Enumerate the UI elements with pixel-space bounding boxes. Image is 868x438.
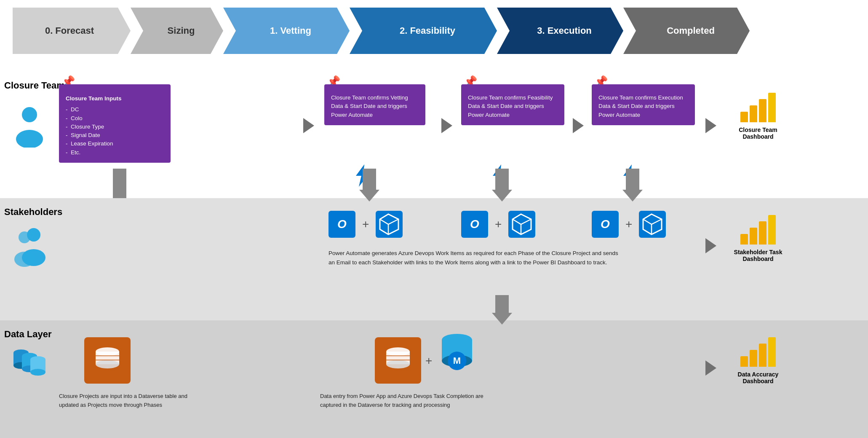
data-accuracy-dashboard-label: Data Accuracy Dashboard bbox=[724, 371, 792, 384]
svg-point-8 bbox=[14, 252, 35, 267]
stakeholders-person-icon bbox=[8, 226, 55, 269]
arrow-feasibility-execution bbox=[573, 118, 584, 133]
dataverse-output-box bbox=[375, 337, 421, 384]
execution-box-text: Closure Team confirms Execution Data & S… bbox=[598, 94, 688, 119]
bar4 bbox=[768, 93, 776, 122]
stakeholder-dashboard-label: Stakeholder Task Dashboard bbox=[724, 249, 792, 262]
arrow-down-pa-vetting bbox=[359, 169, 379, 202]
arrow-down-pa-execution bbox=[622, 169, 643, 202]
data-layer-label: Data Layer bbox=[4, 329, 52, 340]
step-sizing-label: Sizing bbox=[168, 25, 195, 36]
outlook-icon-execution: O bbox=[592, 211, 619, 238]
outlook-icon-vetting: O bbox=[329, 211, 355, 238]
closure-team-person-icon bbox=[13, 105, 46, 149]
step-forecast: 0. Forecast bbox=[13, 8, 131, 54]
stakeholders-label: Stakeholders bbox=[4, 207, 62, 218]
outlook-icon-feasibility: O bbox=[461, 211, 488, 238]
svg-point-29 bbox=[96, 360, 119, 368]
svg-point-1 bbox=[16, 130, 43, 148]
sbar4 bbox=[768, 215, 776, 245]
bar1 bbox=[740, 112, 748, 122]
step-feasibility: 2. Feasibility bbox=[350, 8, 497, 54]
plus-sign-execution: + bbox=[625, 218, 632, 231]
stakeholder-task-dashboard: Stakeholder Task Dashboard bbox=[724, 215, 792, 262]
arrow-vetting-feasibility bbox=[441, 118, 452, 133]
data-accuracy-dashboard: Data Accuracy Dashboard bbox=[724, 337, 792, 384]
arrow-to-data-dashboard bbox=[705, 360, 716, 376]
input-item-signal-date: - Signal Date bbox=[66, 131, 164, 140]
vetting-box-text: Closure Team confirms Vetting Data & Sta… bbox=[331, 94, 419, 119]
sbar1 bbox=[740, 234, 748, 245]
stakeholders-row: Stakeholders O + O + bbox=[0, 198, 868, 320]
arrow-down-pa-feasibility bbox=[492, 169, 512, 202]
svg-point-7 bbox=[19, 231, 30, 243]
dbar2 bbox=[750, 350, 757, 367]
plus-datalayer: + bbox=[425, 354, 432, 368]
dbar1 bbox=[740, 356, 748, 367]
svg-point-34 bbox=[386, 360, 410, 368]
plus-sign-feasibility: + bbox=[495, 218, 502, 231]
step-completed: Completed bbox=[623, 8, 750, 54]
bar2 bbox=[750, 105, 757, 122]
arrow-to-stakeholder-dashboard bbox=[705, 238, 716, 253]
dbar3 bbox=[759, 344, 767, 367]
closure-team-vetting-box: 📌 Closure Team confirms Vetting Data & S… bbox=[324, 84, 425, 125]
closure-team-label: Closure Team bbox=[4, 80, 65, 91]
input-item-etc: - Etc. bbox=[66, 148, 164, 157]
step-execution-label: 3. Execution bbox=[537, 25, 592, 36]
svg-point-26 bbox=[30, 369, 45, 376]
sbar2 bbox=[750, 228, 757, 245]
stakeholder-description: Power Automate generates Azure Devops Wo… bbox=[329, 249, 623, 267]
pipeline-header: 0. Forecast Sizing 1. Vetting 2. Feasibi… bbox=[0, 0, 868, 67]
stakeholder-dashboard-chart bbox=[740, 215, 776, 245]
step-execution: 3. Execution bbox=[497, 8, 623, 54]
step-forecast-label: 0. Forecast bbox=[45, 25, 94, 36]
bar3 bbox=[759, 99, 767, 122]
input-box-title: Closure Team Inputs bbox=[66, 94, 164, 103]
azure-m-icon: M bbox=[438, 333, 476, 376]
svg-point-0 bbox=[22, 107, 37, 122]
data-layer-output-description: Data entry from Power App and Azure Devo… bbox=[320, 392, 497, 410]
step-vetting: 1. Vetting bbox=[223, 8, 350, 54]
input-item-dc: - DC bbox=[66, 105, 164, 114]
db-input-icon bbox=[8, 344, 55, 391]
devops-icon-execution bbox=[639, 211, 666, 238]
step-sizing: Sizing bbox=[131, 8, 223, 54]
feasibility-box-text: Closure Team confirms Feasibility Data &… bbox=[468, 94, 558, 119]
svg-text:M: M bbox=[453, 355, 461, 366]
data-layer-row: Data Layer Closure Projec bbox=[0, 320, 868, 438]
step-completed-label: Completed bbox=[667, 25, 715, 36]
arrow-forecast-vetting bbox=[303, 118, 314, 133]
input-item-lease: - Lease Expiration bbox=[66, 140, 164, 148]
closure-team-input-box: 📌 Closure Team Inputs - DC - Colo - Clos… bbox=[59, 84, 171, 163]
closure-team-row: Closure Team 📌 Closure Team Inputs - DC … bbox=[0, 67, 868, 198]
dbar4 bbox=[768, 337, 776, 367]
data-layer-input-description: Closure Projects are input into a Datave… bbox=[59, 392, 194, 410]
closure-team-feasibility-box: 📌 Closure Team confirms Feasibility Data… bbox=[461, 84, 564, 125]
arrow-execution-dashboard bbox=[705, 118, 716, 133]
closure-team-execution-box: 📌 Closure Team confirms Execution Data &… bbox=[592, 84, 695, 125]
stakeholder-feasibility-icons: O + bbox=[461, 211, 535, 238]
data-accuracy-chart bbox=[740, 337, 776, 367]
input-item-closure-type: - Closure Type bbox=[66, 123, 164, 131]
dataverse-input-box bbox=[84, 337, 131, 384]
closure-dashboard-chart bbox=[740, 93, 776, 122]
sbar3 bbox=[759, 221, 767, 245]
plus-sign-vetting: + bbox=[362, 218, 369, 231]
input-item-colo: - Colo bbox=[66, 114, 164, 123]
step-feasibility-label: 2. Feasibility bbox=[400, 25, 455, 36]
arrow-down-feasibility-datalayer bbox=[492, 295, 512, 325]
closure-team-dashboard: Closure Team Dashboard bbox=[724, 93, 792, 140]
devops-icon-feasibility bbox=[508, 211, 535, 238]
closure-dashboard-label: Closure Team Dashboard bbox=[724, 126, 792, 140]
stakeholder-vetting-icons: O + bbox=[329, 211, 403, 238]
stakeholder-execution-icons: O + bbox=[592, 211, 666, 238]
step-vetting-label: 1. Vetting bbox=[270, 25, 311, 36]
devops-icon-vetting bbox=[376, 211, 403, 238]
